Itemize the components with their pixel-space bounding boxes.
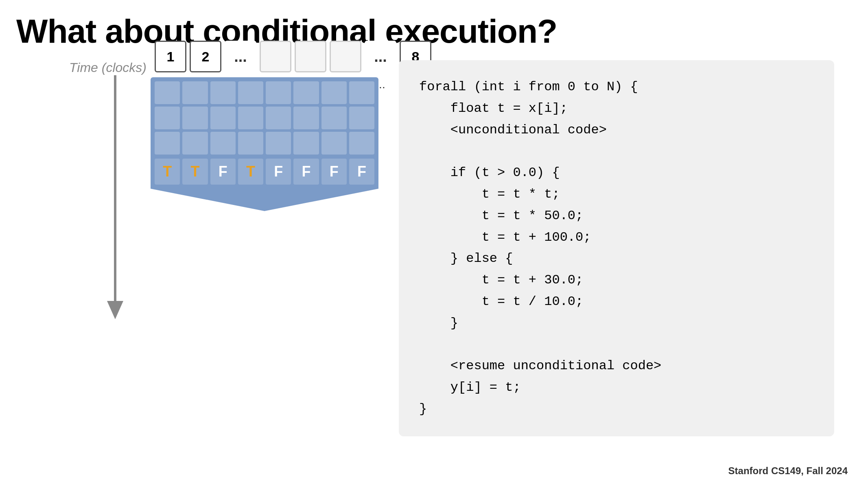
tf-cell-4: F (266, 159, 291, 185)
simd-cell-0-6 (321, 81, 347, 104)
simd-cell-0-4 (266, 81, 291, 104)
simd-tf-row: TTFTFFFF (151, 159, 378, 189)
alu-box-3 (260, 41, 291, 72)
alu-box-4 (295, 41, 326, 72)
alu-box-6: ... (365, 41, 396, 72)
simd-cell-1-7 (349, 107, 374, 129)
simd-cell-0-7 (349, 81, 374, 104)
simd-cell-2-7 (349, 132, 374, 155)
time-label: Time (clocks) (69, 60, 146, 75)
time-arrow (114, 75, 116, 303)
simd-cell-2-4 (266, 132, 291, 155)
simd-cell-2-0 (155, 132, 180, 155)
tf-cell-1: T (182, 159, 208, 185)
simd-cell-0-5 (293, 81, 319, 104)
alu-box-1: 2 (190, 41, 221, 72)
tf-cell-6: F (321, 159, 347, 185)
alu-box-0: 1 (155, 41, 186, 72)
tf-cell-7: F (349, 159, 374, 185)
simd-cell-1-0 (155, 107, 180, 129)
footer-text: Stanford CS149, Fall 2024 (728, 465, 848, 477)
tf-cell-3: T (238, 159, 263, 185)
code-block: forall (int i from 0 to N) { float t = x… (419, 76, 814, 420)
simd-visualization: TTFTFFFF (151, 77, 378, 211)
simd-cell-1-2 (210, 107, 236, 129)
simd-cell-2-2 (210, 132, 236, 155)
simd-cell-0-1 (182, 81, 208, 104)
simd-cell-1-5 (293, 107, 319, 129)
simd-cell-2-3 (238, 132, 263, 155)
tf-cell-0: T (155, 159, 180, 185)
alu-boxes-row: 12......8 (155, 41, 431, 72)
simd-grid (151, 77, 378, 159)
simd-chevron (151, 189, 378, 211)
simd-cell-0-3 (238, 81, 263, 104)
simd-cell-1-6 (321, 107, 347, 129)
tf-cell-2: F (210, 159, 236, 185)
simd-cell-1-3 (238, 107, 263, 129)
simd-cell-2-5 (293, 132, 319, 155)
simd-cell-1-4 (266, 107, 291, 129)
simd-cell-2-6 (321, 132, 347, 155)
simd-cell-2-1 (182, 132, 208, 155)
alu-box-5 (330, 41, 361, 72)
simd-cell-1-1 (182, 107, 208, 129)
simd-cell-0-2 (210, 81, 236, 104)
code-panel: forall (int i from 0 to N) { float t = x… (399, 60, 834, 436)
simd-cell-0-0 (155, 81, 180, 104)
tf-cell-5: F (293, 159, 319, 185)
alu-box-2: ... (225, 41, 256, 72)
